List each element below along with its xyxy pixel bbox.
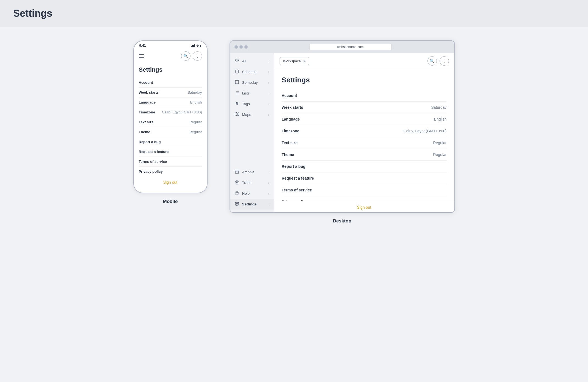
- mobile-settings-row-label: Timezone: [139, 110, 155, 114]
- list-icon: [234, 91, 239, 96]
- mobile-search-button[interactable]: 🔍: [181, 51, 191, 61]
- svg-rect-18: [235, 170, 239, 171]
- chevron-right-icon: ›: [268, 181, 269, 185]
- desktop-wrapper: websitename.com All›Schedule›Someday›Lis…: [230, 40, 455, 224]
- window-dot-maximize: [244, 45, 248, 49]
- desktop-sign-out-button[interactable]: Sign out: [274, 201, 454, 212]
- svg-point-22: [236, 203, 238, 204]
- desktop-main-topbar: Workspace ⇅ 🔍 ⋮: [274, 53, 454, 69]
- desktop-settings-row[interactable]: Week startsSaturday: [282, 102, 447, 113]
- mobile-settings-row[interactable]: TimezoneCairo, Egypt (GMT+3:00): [139, 107, 202, 117]
- mobile-settings-row-value: Cairo, Egypt (GMT+3:00): [162, 110, 202, 114]
- desktop-settings-row[interactable]: Account: [282, 90, 447, 102]
- sidebar-item-someday[interactable]: Someday›: [230, 77, 274, 88]
- mobile-device: 9:41 ⊙ ▮: [133, 40, 208, 193]
- desktop-settings-row[interactable]: Request a feature: [282, 172, 447, 184]
- desktop-settings-list: AccountWeek startsSaturdayLanguageEnglis…: [282, 90, 447, 201]
- window-dots: [234, 45, 248, 49]
- mobile-settings-row-label: Theme: [139, 130, 150, 134]
- mobile-time: 9:41: [139, 44, 146, 48]
- desktop-settings-row[interactable]: Report a bug: [282, 161, 447, 172]
- mobile-settings-row[interactable]: Account: [139, 78, 202, 88]
- mobile-settings-row[interactable]: Privacy policy: [139, 167, 202, 176]
- mobile-settings-row[interactable]: Week startsSaturday: [139, 88, 202, 97]
- mobile-section-title: Settings: [139, 66, 202, 73]
- page-title: Settings: [13, 8, 575, 19]
- desktop-settings-row-value: Regular: [433, 152, 446, 157]
- mobile-settings-row-label: Privacy policy: [139, 169, 163, 174]
- mobile-status-right: ⊙ ▮: [191, 44, 201, 48]
- mobile-settings-row[interactable]: ThemeRegular: [139, 127, 202, 137]
- desktop-device: websitename.com All›Schedule›Someday›Lis…: [230, 40, 455, 213]
- desktop-more-button[interactable]: ⋮: [440, 56, 449, 66]
- desktop-search-button[interactable]: 🔍: [427, 56, 437, 66]
- desktop-titlebar: websitename.com: [230, 41, 454, 53]
- chevron-right-icon: ›: [268, 171, 269, 174]
- desktop-settings-row[interactable]: ThemeRegular: [282, 149, 447, 161]
- desktop-settings-row-label: Account: [282, 93, 297, 98]
- sidebar-item-lists[interactable]: Lists›: [230, 88, 274, 99]
- address-bar[interactable]: websitename.com: [309, 44, 392, 50]
- mobile-settings-row[interactable]: Text sizeRegular: [139, 117, 202, 127]
- desktop-settings-row-value: English: [434, 117, 447, 121]
- mobile-topbar-right: 🔍 ⋮: [181, 51, 202, 61]
- calendar-icon: [234, 69, 239, 74]
- chevron-right-icon: ›: [268, 203, 269, 206]
- desktop-settings-row[interactable]: LanguageEnglish: [282, 113, 447, 125]
- sidebar-item-label: Lists: [242, 91, 250, 95]
- sidebar-item-label: Someday: [242, 80, 258, 85]
- sidebar-item-maps[interactable]: Maps›: [230, 109, 274, 120]
- desktop-settings-row-label: Text size: [282, 141, 298, 145]
- mobile-settings-row-label: Report a bug: [139, 140, 161, 144]
- mobile-settings-row[interactable]: Report a bug: [139, 137, 202, 147]
- mobile-settings-row[interactable]: Terms of service: [139, 157, 202, 167]
- mobile-sign-out-button[interactable]: Sign out: [139, 180, 202, 185]
- sidebar-item-settings[interactable]: Settings›: [230, 199, 274, 210]
- desktop-main: Workspace ⇅ 🔍 ⋮ Settings AccountWeek sta…: [274, 53, 454, 212]
- desktop-settings-row-label: Request a feature: [282, 176, 314, 180]
- mobile-settings-row-label: Account: [139, 80, 153, 85]
- page-header: Settings: [0, 0, 588, 27]
- desktop-section-title: Settings: [282, 76, 447, 84]
- sidebar-item-label: Trash: [242, 181, 252, 185]
- desktop-settings-row[interactable]: Privacy policy: [282, 196, 447, 201]
- sidebar-top: All›Schedule›Someday›Lists›Tags›Maps›: [230, 56, 274, 120]
- sidebar-item-trash[interactable]: Trash›: [230, 177, 274, 188]
- desktop-settings-row[interactable]: TimezoneCairo, Egypt (GMT+3:00): [282, 125, 447, 137]
- trash-icon: [234, 180, 239, 185]
- mobile-settings-row-value: English: [190, 100, 202, 104]
- signal-bars-icon: [191, 44, 195, 47]
- workspace-dropdown[interactable]: Workspace ⇅: [280, 57, 310, 65]
- desktop-settings-row-value: Regular: [433, 141, 446, 145]
- mobile-more-button[interactable]: ⋮: [193, 51, 202, 61]
- sidebar-item-label: Tags: [242, 102, 250, 106]
- sidebar-item-label: Archive: [242, 170, 255, 174]
- chevron-right-icon: ›: [268, 70, 269, 74]
- box-icon: [234, 80, 239, 85]
- chevron-right-icon: ›: [268, 192, 269, 195]
- mobile-settings-row-label: Language: [139, 100, 156, 104]
- sidebar-item-archive[interactable]: Archive›: [230, 167, 274, 177]
- mobile-settings-row[interactable]: LanguageEnglish: [139, 97, 202, 107]
- svg-rect-4: [235, 80, 239, 84]
- desktop-settings-row-label: Week starts: [282, 105, 303, 110]
- mobile-settings-list: AccountWeek startsSaturdayLanguageEnglis…: [139, 78, 202, 176]
- mobile-topbar: 🔍 ⋮: [134, 49, 207, 63]
- desktop-sidebar: All›Schedule›Someday›Lists›Tags›Maps› Ar…: [230, 53, 274, 212]
- chevron-right-icon: ›: [268, 102, 269, 106]
- main-topbar-right: 🔍 ⋮: [427, 56, 449, 66]
- sidebar-item-schedule[interactable]: Schedule›: [230, 66, 274, 77]
- menu-button[interactable]: [139, 54, 144, 58]
- sidebar-item-label: Schedule: [242, 70, 258, 74]
- svg-line-13: [236, 102, 236, 105]
- mobile-settings-row-value: Saturday: [187, 90, 202, 94]
- mobile-settings-row[interactable]: Request a feature: [139, 147, 202, 157]
- workspace-label: Workspace: [283, 59, 301, 63]
- mobile-settings-row-label: Week starts: [139, 90, 159, 94]
- mobile-settings-row-label: Request a feature: [139, 150, 169, 154]
- desktop-settings-row[interactable]: Terms of service: [282, 184, 447, 196]
- sidebar-item-all[interactable]: All›: [230, 56, 274, 66]
- desktop-settings-row[interactable]: Text sizeRegular: [282, 137, 447, 149]
- sidebar-item-tags[interactable]: Tags›: [230, 99, 274, 109]
- sidebar-item-help[interactable]: Help›: [230, 188, 274, 199]
